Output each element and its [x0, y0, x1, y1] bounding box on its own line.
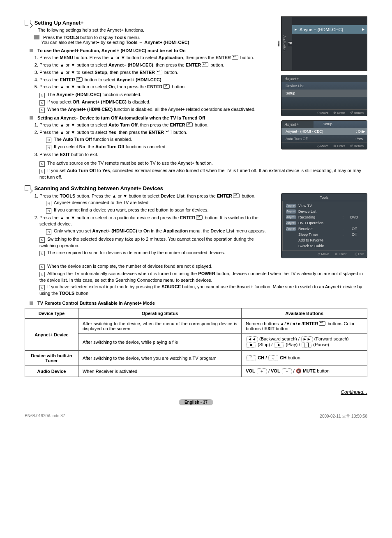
- tools-row[interactable]: Sleep Timer:Off: [283, 232, 366, 237]
- ch-down-icon: ⌄: [268, 355, 278, 361]
- page-number: English - 37: [25, 399, 367, 405]
- tools-row[interactable]: AnynetRecording:DVD: [283, 214, 366, 220]
- note-icon: N: [46, 229, 51, 235]
- enter-icon: [233, 193, 240, 198]
- note: NThe time required to scan for devices i…: [39, 250, 273, 256]
- note: NWhen the Anynet+ (HDMI-CEC) function is…: [39, 106, 273, 113]
- tools-footer: ◇ Move ⊕ Enter →▯ Exit: [282, 251, 366, 257]
- note-icon: N: [39, 272, 45, 277]
- osd-subtitle: Setup: [314, 121, 341, 128]
- play-icon: ►: [274, 342, 284, 348]
- box-check-icon: [25, 20, 30, 25]
- note-icon: N: [39, 100, 45, 106]
- tools-row[interactable]: Switch to Cable: [283, 243, 366, 249]
- note-icon: N: [46, 208, 51, 214]
- note-icon: N: [39, 237, 45, 243]
- note-icon: N: [39, 285, 45, 290]
- pause-icon: ❙❙: [302, 342, 311, 348]
- col-device-type: Device Type: [25, 308, 78, 319]
- steps-list: Press the ▲ or ▼ button to select Auto T…: [39, 122, 273, 158]
- note-icon: N: [46, 145, 51, 150]
- note-icon: N: [39, 251, 45, 256]
- help-icon: ?: [278, 41, 279, 46]
- note-icon: N: [39, 93, 45, 98]
- note-icon: N: [39, 161, 45, 167]
- print-metadata: BN68-01920A.indd 37 2009-02-11 오후 10:50:…: [25, 414, 367, 419]
- osd-title: Anynet+: [281, 75, 367, 82]
- display-icon: [34, 35, 39, 39]
- enter-icon: [163, 84, 170, 89]
- remote-buttons-table: Device Type Operating Status Available B…: [25, 308, 367, 377]
- tip-box: Press the TOOLS button to display Tools …: [34, 35, 273, 45]
- vol-up-icon: ＋: [257, 368, 267, 374]
- note: NAlthough the TV automatically scans dev…: [39, 271, 367, 283]
- stop-icon: ■: [246, 342, 256, 348]
- note: NThe active source on the TV remote must…: [39, 160, 367, 167]
- table-row: Audio Device When Receiver is activated …: [25, 366, 367, 377]
- note: NIf you have selected external input mod…: [39, 284, 367, 297]
- osd-title: Anynet+: [281, 121, 314, 128]
- note: NSwitching to the selected devices may t…: [39, 236, 273, 249]
- osd-row-hdmi-cec[interactable]: Anynet+ (HDMI - CEC): On▶: [281, 128, 367, 135]
- osd-setup-menu: Anynet+ Setup Anynet+ (HDMI - CEC): On▶ …: [281, 120, 367, 149]
- subhead-remote-buttons: TV Remote Control Buttons Available in A…: [30, 301, 367, 306]
- section-scanning-title: Scanning and Switching between Anynet+ D…: [25, 185, 367, 191]
- steps-list: Press the MENU button. Press the ▲ or ▼ …: [39, 55, 273, 90]
- note-icon: N: [39, 169, 45, 174]
- text: Setting Up Anynet+: [35, 20, 84, 26]
- anynet-chip-icon: Anynet: [286, 209, 296, 214]
- tools-row[interactable]: Add to Favorite: [283, 237, 366, 243]
- osd-row-auto-off[interactable]: Auto Turn Off: Yes: [281, 135, 367, 143]
- anynet-chip-icon: Anynet: [286, 221, 296, 225]
- note-icon: N: [39, 108, 45, 113]
- enter-icon: [165, 130, 171, 134]
- hand-icon: ☚: [288, 41, 292, 46]
- enter-icon: [232, 55, 238, 60]
- osd-footer: ◇ Move ⊕ Enter ↺ Return: [281, 109, 367, 116]
- enter-icon: [202, 62, 208, 67]
- osd-tools-menu: Tools AnynetView TVAnynetDevice ListAnyn…: [281, 193, 367, 258]
- tools-title: Tools: [282, 194, 366, 201]
- note-icon: N: [46, 138, 51, 143]
- box-check-icon: [25, 185, 30, 191]
- anynet-chip-icon: Anynet: [286, 227, 296, 231]
- tools-row[interactable]: AnynetReceiver:Off: [283, 226, 366, 232]
- mute-icon: 🔇: [296, 368, 302, 373]
- note: NIf you select Off, Anynet+ (HDMI-CEC) i…: [39, 99, 273, 106]
- tools-row[interactable]: AnynetView TV: [283, 203, 366, 209]
- note: NIf you set Auto Turn Off to Yes, connec…: [39, 168, 367, 180]
- tools-row[interactable]: AnynetDevice List: [283, 209, 366, 214]
- tools-row[interactable]: AnynetDVD Operation: [283, 220, 366, 226]
- forward-icon: ►►: [301, 336, 313, 342]
- osd-item-label: Anynet+ (HDMI-CEC): [300, 27, 343, 32]
- enter-icon: [319, 321, 325, 326]
- note-icon: N: [39, 264, 45, 270]
- note: NThe Anynet+ (HDMI-CEC) function is enab…: [39, 92, 273, 98]
- square-bullet-icon: [30, 49, 33, 52]
- sidebar-label: Application: [283, 35, 286, 51]
- subhead-anynet-on: To use the Anynet+ Function, Anynet+ (HD…: [30, 48, 273, 53]
- osd-footer: ◇ Move ⊕ Enter ↺ Return: [281, 143, 367, 149]
- col-operating-status: Operating Status: [78, 308, 241, 319]
- anynet-chip-icon: Anynet: [286, 215, 296, 219]
- note: NWhen the device scan is complete, the n…: [39, 263, 367, 270]
- osd-row-device-list[interactable]: Device List: [281, 82, 367, 90]
- osd-anynet-menu: Anynet+ Device List Setup ◇ Move ⊕ Enter…: [281, 75, 367, 116]
- indd-file: BN68-01920A.indd 37: [25, 414, 65, 419]
- continued-label: Continued...: [25, 389, 367, 395]
- steps-list: Press the TOOLS button. Press the ▲ or ▼…: [39, 193, 273, 235]
- osd-selected-row[interactable]: ▸ Anynet+ (HDMI-CEC) ▶: [292, 25, 367, 34]
- osd-row-setup[interactable]: Setup: [281, 90, 367, 97]
- enter-icon: [196, 215, 203, 220]
- enter-icon: [76, 77, 83, 82]
- vol-down-icon: －: [282, 368, 292, 374]
- osd-application-menu: ☚ Application ? ▸ Anynet+ (HDMI-CEC) ▶: [281, 16, 367, 71]
- section-intro: The following settings help set the Anyn…: [38, 28, 273, 32]
- table-row: Device with built-in Tuner After switchi…: [25, 351, 367, 366]
- subhead-auto-off: Setting an Anynet+ Device to turn Off Au…: [30, 115, 273, 120]
- col-available-buttons: Available Buttons: [242, 308, 367, 319]
- rewind-icon: ◄◄: [246, 336, 258, 342]
- anynet-chip-icon: Anynet: [286, 204, 296, 208]
- square-bullet-icon: [30, 116, 33, 120]
- ch-up-icon: ⌃: [246, 355, 256, 361]
